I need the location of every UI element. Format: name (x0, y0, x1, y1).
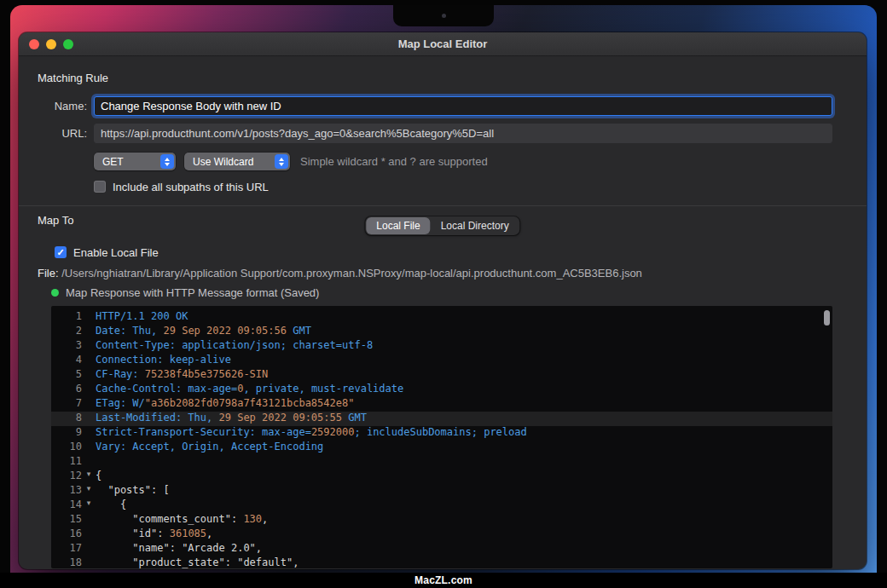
url-input[interactable] (94, 124, 832, 143)
code-lines: 1HTTP/1.1 200 OK2Date: Thu, 29 Sep 2022 … (51, 310, 832, 568)
line-number: 7 (51, 397, 82, 412)
laptop-notch (393, 5, 494, 26)
file-label: File: (38, 267, 59, 280)
fold-gutter (82, 513, 96, 527)
fold-gutter (82, 310, 96, 325)
code-line[interactable]: 8Last-Modified: Thu, 29 Sep 2022 09:05:5… (51, 412, 832, 426)
name-row: Name: (19, 95, 867, 116)
line-number: 10 (51, 441, 82, 455)
fold-arrow-icon[interactable]: ▾ (82, 470, 96, 484)
code-line[interactable]: 11 (51, 455, 832, 470)
window-title: Map Local Editor (398, 37, 488, 50)
fold-gutter (82, 368, 96, 383)
code-line[interactable]: 15 "comments_count": 130, (51, 513, 832, 527)
map-to-header-row: Map To Local File Local Directory (19, 210, 867, 239)
fold-gutter (82, 441, 96, 455)
line-number: 1 (51, 310, 82, 325)
camera-dot (442, 14, 446, 18)
code-line[interactable]: 10Vary: Accept, Origin, Accept-Encoding (51, 441, 832, 455)
tab-local-directory[interactable]: Local Directory (431, 217, 519, 234)
fold-arrow-icon[interactable]: ▾ (82, 484, 96, 499)
map-to-heading: Map To (38, 214, 73, 227)
close-button[interactable] (29, 39, 39, 49)
url-label: URL: (38, 127, 87, 140)
code-text: Date: Thu, 29 Sep 2022 09:05:56 GMT (96, 325, 832, 339)
subpaths-row: Include all subpaths of this URL (19, 180, 867, 193)
code-line[interactable]: 2Date: Thu, 29 Sep 2022 09:05:56 GMT (51, 325, 832, 339)
code-line[interactable]: 5CF-Ray: 75238f4b5e375626-SIN (51, 368, 832, 383)
chevron-up-down-icon (275, 154, 288, 169)
window-titlebar[interactable]: Map Local Editor (19, 32, 867, 56)
code-line[interactable]: 1HTTP/1.1 200 OK (51, 310, 832, 325)
line-number: 18 (51, 556, 82, 568)
fold-gutter (82, 556, 96, 568)
subpaths-checkbox[interactable] (94, 181, 106, 193)
enable-local-file-checkbox[interactable]: ✓ (55, 246, 67, 258)
code-line[interactable]: 14▾ { (51, 499, 832, 513)
code-text: Connection: keep-alive (96, 354, 832, 368)
code-text: { (96, 470, 832, 484)
save-status-text: Map Response with HTTP Message format (S… (66, 286, 319, 299)
code-text: Vary: Accept, Origin, Accept-Encoding (96, 441, 832, 455)
code-line[interactable]: 13▾ "posts": [ (51, 484, 832, 499)
map-to-segmented-control: Local File Local Directory (365, 216, 519, 235)
url-row: URL: (19, 124, 867, 143)
fold-gutter (82, 383, 96, 397)
line-number: 5 (51, 368, 82, 383)
fold-gutter (82, 397, 96, 412)
fold-gutter (82, 339, 96, 354)
map-local-editor-window: Map Local Editor Matching Rule Name: URL… (19, 32, 867, 569)
enable-local-file-label: Enable Local File (73, 246, 159, 259)
code-line[interactable]: 6Cache-Control: max-age=0, private, must… (51, 383, 832, 397)
save-status-line: Map Response with HTTP Message format (S… (19, 286, 867, 298)
chevron-up-down-icon (160, 154, 174, 169)
code-editor[interactable]: 1HTTP/1.1 200 OK2Date: Thu, 29 Sep 2022 … (51, 306, 832, 568)
code-text: ETag: W/"a36b2082fd0798a7f43121bcba8542e… (96, 397, 832, 412)
window-content: Matching Rule Name: URL: GET (19, 72, 867, 569)
enable-local-file-row: ✓ Enable Local File (19, 245, 867, 259)
code-text: HTTP/1.1 200 OK (96, 310, 832, 325)
editor-scrollbar[interactable] (824, 310, 830, 326)
code-line[interactable]: 17 "name": "Arcade 2.0", (51, 542, 832, 556)
code-text: "posts": [ (96, 484, 832, 499)
code-text: { (96, 499, 832, 513)
code-text: Content-Type: application/json; charset=… (96, 339, 832, 354)
laptop-bezel: Map Local Editor Matching Rule Name: URL… (0, 0, 887, 588)
code-line[interactable]: 12▾{ (51, 470, 832, 484)
line-number: 3 (51, 339, 82, 354)
code-line[interactable]: 4Connection: keep-alive (51, 354, 832, 368)
watermark: MacZL.com (415, 574, 472, 586)
http-method-select[interactable]: GET (94, 153, 176, 170)
fold-gutter (82, 527, 96, 542)
name-input[interactable] (94, 96, 832, 116)
code-line[interactable]: 3Content-Type: application/json; charset… (51, 339, 832, 354)
line-number: 8 (51, 412, 82, 426)
fold-gutter (82, 325, 96, 339)
code-line[interactable]: 9Strict-Transport-Security: max-age=2592… (51, 426, 832, 441)
desktop-wallpaper: Map Local Editor Matching Rule Name: URL… (10, 5, 877, 573)
code-text: "id": 361085, (96, 527, 832, 542)
method-match-row: GET Use Wildcard Simple wildcard * and ?… (19, 153, 867, 170)
matching-strategy-select[interactable]: Use Wildcard (184, 153, 290, 170)
code-text: CF-Ray: 75238f4b5e375626-SIN (96, 368, 832, 383)
minimize-button[interactable] (46, 39, 56, 49)
fold-arrow-icon[interactable]: ▾ (82, 499, 96, 513)
line-number: 2 (51, 325, 82, 339)
fold-gutter (82, 455, 96, 470)
code-text: Cache-Control: max-age=0, private, must-… (96, 383, 832, 397)
zoom-button[interactable] (63, 39, 73, 49)
line-number: 12 (51, 470, 82, 484)
code-line[interactable]: 18 "product_state": "default", (51, 556, 832, 568)
code-text: Strict-Transport-Security: max-age=25920… (96, 426, 832, 441)
fold-gutter (82, 412, 96, 426)
file-path-line: File: /Users/nghiatran/Library/Applicati… (19, 267, 867, 280)
wildcard-hint: Simple wildcard * and ? are supported (300, 155, 488, 168)
code-line[interactable]: 16 "id": 361085, (51, 527, 832, 542)
code-line[interactable]: 7ETag: W/"a36b2082fd0798a7f43121bcba8542… (51, 397, 832, 412)
section-divider (19, 205, 867, 206)
subpaths-checkbox-label: Include all subpaths of this URL (113, 181, 269, 193)
line-number: 11 (51, 455, 82, 470)
tab-local-file[interactable]: Local File (366, 217, 430, 234)
code-text: Last-Modified: Thu, 29 Sep 2022 09:05:55… (96, 412, 832, 426)
name-label: Name: (38, 100, 87, 112)
